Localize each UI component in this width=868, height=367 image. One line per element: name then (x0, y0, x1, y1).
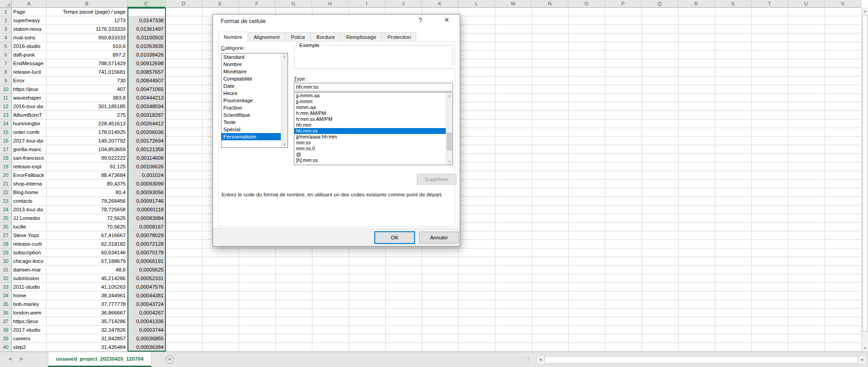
scrollbar-gripper-icon[interactable]: ⋮ (525, 355, 531, 362)
horizontal-scrollbar-thumb[interactable] (544, 356, 859, 363)
type-item[interactable]: jj-mmm (294, 99, 446, 105)
row-header-40[interactable]: 40 (0, 343, 12, 352)
row-header-39[interactable]: 39 (0, 334, 12, 343)
cell-B9[interactable]: 730 (47, 76, 127, 85)
cell-A2[interactable]: superheavy (12, 16, 47, 25)
category-item[interactable]: Personnalisée (222, 133, 281, 140)
row-header-24[interactable]: 24 (0, 205, 12, 214)
empty-cells-row-39[interactable] (165, 334, 861, 343)
type-item[interactable]: h:mm:ss AM/PM (294, 116, 446, 122)
cell-A16[interactable]: 2017-tour-da (12, 137, 47, 145)
row-header-13[interactable]: 13 (0, 111, 12, 119)
cell-B29[interactable]: 60,634146 (47, 248, 127, 257)
row-header-35[interactable]: 35 (0, 300, 12, 309)
category-item[interactable]: Spécial (222, 126, 281, 133)
scroll-down-icon[interactable]: ▼ (862, 345, 868, 352)
cell-B23[interactable]: 79,268456 (47, 197, 127, 205)
row-header-20[interactable]: 20 (0, 171, 12, 180)
add-sheet-icon[interactable]: + (165, 355, 174, 364)
row-header-17[interactable]: 17 (0, 145, 12, 154)
sheet-nav-right-icon[interactable]: ▶ (20, 356, 24, 361)
cell-A35[interactable]: bob-marley (12, 300, 47, 309)
cell-B7[interactable]: 788,571429 (47, 59, 127, 68)
sheet-nav-left-icon[interactable]: ◀ (8, 356, 12, 361)
column-header-T[interactable]: T (751, 0, 788, 8)
row-header-3[interactable]: 3 (0, 25, 12, 33)
empty-cells-row-30[interactable] (165, 257, 861, 266)
empty-cells-row-40[interactable] (165, 343, 861, 352)
cell-B35[interactable]: 37,777778 (47, 300, 127, 309)
cell-B16[interactable]: 149,207792 (47, 137, 127, 145)
cell-A33[interactable]: 2011-studio (12, 283, 47, 291)
type-item[interactable]: h:mm AM/PM (294, 110, 446, 116)
cell-C19[interactable]: 0,00106626 (127, 162, 165, 171)
column-header-V[interactable]: V (825, 0, 861, 8)
cell-A8[interactable]: release-lucil (12, 68, 47, 76)
row-header-29[interactable]: 29 (0, 248, 12, 257)
cell-A27[interactable]: Steve Yops (12, 231, 47, 240)
ok-button[interactable]: OK (375, 232, 415, 243)
row-header-37[interactable]: 37 (0, 317, 12, 326)
horizontal-scrollbar[interactable]: ◀ ▶ (536, 355, 867, 365)
cell-B14[interactable]: 228,451613 (47, 119, 127, 128)
cell-A31[interactable]: damien-mar (12, 266, 47, 274)
row-header-4[interactable]: 4 (0, 33, 12, 42)
help-icon[interactable]: ? (414, 17, 427, 26)
cell-A12[interactable]: 2016-tour-da (12, 102, 47, 111)
cell-C29[interactable]: 0,00070178 (127, 248, 165, 257)
cell-A22[interactable]: Blog-home (12, 188, 47, 197)
column-header-N[interactable]: N (532, 0, 568, 8)
scroll-up-icon[interactable]: ▲ (862, 8, 868, 14)
vertical-scrollbar[interactable]: ▲ ▼ (861, 8, 868, 352)
type-list[interactable]: jj-mmm-aajj-mmmmmm-aah:mm AM/PMh:mm:ss A… (294, 92, 453, 165)
vertical-scrollbar-thumb[interactable] (863, 15, 868, 332)
category-item[interactable]: Nombre (222, 61, 281, 68)
category-list[interactable]: StandardNombreMonétaireComptabilitéDateH… (221, 53, 288, 148)
cell-B40[interactable]: 31,435484 (47, 343, 127, 352)
row-header-15[interactable]: 15 (0, 128, 12, 137)
cell-A15[interactable]: order-confir (12, 128, 47, 137)
type-item[interactable]: hh:mm (294, 122, 446, 128)
cell-A5[interactable]: 2016-studio (12, 42, 47, 51)
cell-B19[interactable]: 92,125 (47, 162, 127, 171)
category-item[interactable]: Pourcentage (222, 97, 281, 104)
cell-A34[interactable]: home (12, 291, 47, 300)
cell-C27[interactable]: 0,00078029 (127, 231, 165, 240)
row-header-26[interactable]: 26 (0, 223, 12, 231)
column-header-I[interactable]: I (349, 0, 385, 8)
empty-cells-row-33[interactable] (165, 283, 861, 291)
column-header-L[interactable]: L (458, 0, 495, 8)
row-header-12[interactable]: 12 (0, 102, 12, 111)
empty-cells-row-38[interactable] (165, 326, 861, 334)
empty-cells-row-34[interactable] (165, 291, 861, 300)
type-item[interactable]: mm:ss,0 (294, 146, 446, 152)
list-down-icon[interactable]: ∨ (446, 158, 453, 165)
column-header-U[interactable]: U (788, 0, 825, 8)
row-header-18[interactable]: 18 (0, 154, 12, 162)
type-item[interactable]: hh:mm:ss (294, 128, 446, 134)
cell-A13[interactable]: AlbumBornT (12, 111, 47, 119)
column-header-D[interactable]: D (165, 0, 202, 8)
row-header-5[interactable]: 5 (0, 42, 12, 51)
category-item[interactable]: Date (222, 82, 281, 90)
column-header-C[interactable]: C (127, 0, 165, 8)
cell-A26[interactable]: lucille (12, 223, 47, 231)
cell-A30[interactable]: chicago-linco (12, 257, 47, 266)
row-header-30[interactable]: 30 (0, 257, 12, 266)
cell-A39[interactable]: careers (12, 334, 47, 343)
category-item[interactable]: Comptabilité (222, 75, 281, 82)
column-header-B[interactable]: B (47, 0, 127, 8)
type-item[interactable]: @ (294, 152, 446, 157)
cell-B18[interactable]: 99,022222 (47, 154, 127, 162)
cell-C10[interactable]: 0,00471065 (127, 85, 165, 94)
empty-cells-row-37[interactable] (165, 317, 861, 326)
cell-B22[interactable]: 80,4 (47, 188, 127, 197)
cell-C26[interactable]: 0,0008167 (127, 223, 165, 231)
cell-B10[interactable]: 407 (47, 85, 127, 94)
cell-C4[interactable]: 0,01100502 (127, 33, 165, 42)
cell-A36[interactable]: london-wem (12, 309, 47, 317)
row-header-7[interactable]: 7 (0, 59, 12, 68)
row-header-6[interactable]: 6 (0, 51, 12, 59)
list-up-icon[interactable]: ∧ (281, 53, 288, 60)
cell-B15[interactable]: 178,014925 (47, 128, 127, 137)
